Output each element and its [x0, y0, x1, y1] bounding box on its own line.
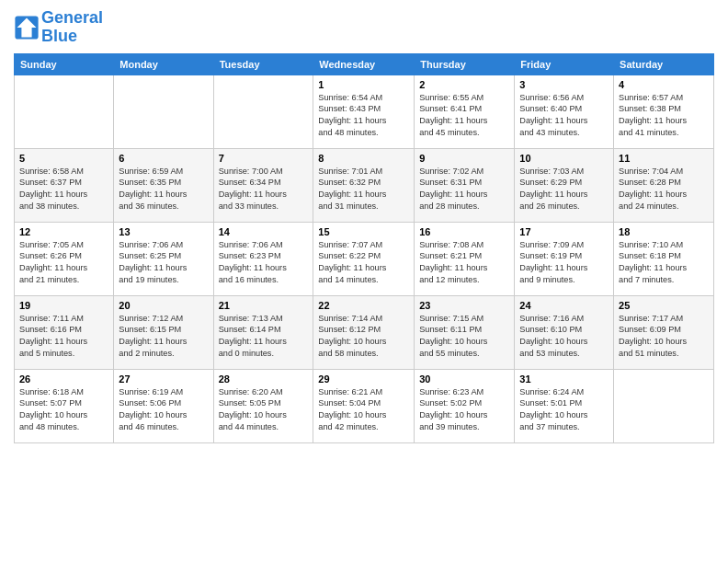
weekday-header-cell: Thursday: [415, 53, 515, 75]
header: General Blue: [14, 9, 714, 46]
calendar-cell: 19Sunrise: 7:11 AM Sunset: 6:16 PM Dayli…: [15, 295, 114, 369]
day-info: Sunrise: 7:12 AM Sunset: 6:15 PM Dayligh…: [119, 313, 208, 361]
day-info: Sunrise: 6:24 AM Sunset: 5:01 PM Dayligh…: [519, 386, 609, 434]
calendar-cell: 14Sunrise: 7:06 AM Sunset: 6:23 PM Dayli…: [213, 222, 313, 295]
calendar-cell: 17Sunrise: 7:09 AM Sunset: 6:19 PM Dayli…: [515, 222, 614, 295]
day-info: Sunrise: 7:14 AM Sunset: 6:12 PM Dayligh…: [318, 313, 409, 361]
day-info: Sunrise: 7:02 AM Sunset: 6:31 PM Dayligh…: [419, 166, 509, 213]
calendar-cell: 23Sunrise: 7:15 AM Sunset: 6:11 PM Dayli…: [415, 295, 515, 369]
day-number: 16: [419, 226, 509, 237]
calendar-cell: [15, 75, 114, 148]
calendar-cell: 1Sunrise: 6:54 AM Sunset: 6:43 PM Daylig…: [313, 75, 415, 148]
day-number: 21: [219, 300, 309, 311]
calendar-cell: 7Sunrise: 7:00 AM Sunset: 6:34 PM Daylig…: [213, 148, 313, 222]
calendar-week-row: 1Sunrise: 6:54 AM Sunset: 6:43 PM Daylig…: [15, 75, 714, 148]
calendar-cell: 6Sunrise: 6:59 AM Sunset: 6:35 PM Daylig…: [114, 148, 213, 222]
logo-text: General Blue: [41, 9, 103, 46]
day-number: 18: [619, 226, 709, 237]
day-number: 1: [318, 79, 409, 90]
day-number: 25: [619, 300, 709, 311]
day-number: 2: [419, 79, 509, 90]
day-number: 10: [519, 153, 609, 164]
weekday-header-cell: Wednesday: [313, 53, 415, 75]
calendar-cell: 10Sunrise: 7:03 AM Sunset: 6:29 PM Dayli…: [515, 148, 614, 222]
calendar-cell: 25Sunrise: 7:17 AM Sunset: 6:09 PM Dayli…: [614, 295, 714, 369]
day-number: 13: [119, 226, 208, 237]
day-info: Sunrise: 7:06 AM Sunset: 6:25 PM Dayligh…: [119, 239, 208, 287]
day-number: 27: [119, 373, 208, 385]
day-info: Sunrise: 7:06 AM Sunset: 6:23 PM Dayligh…: [219, 239, 309, 287]
day-number: 7: [219, 153, 309, 164]
weekday-header-row: SundayMondayTuesdayWednesdayThursdayFrid…: [15, 53, 714, 75]
day-info: Sunrise: 6:58 AM Sunset: 6:37 PM Dayligh…: [19, 166, 108, 213]
day-number: 11: [619, 153, 709, 164]
day-info: Sunrise: 7:10 AM Sunset: 6:18 PM Dayligh…: [619, 239, 709, 287]
day-info: Sunrise: 6:55 AM Sunset: 6:41 PM Dayligh…: [419, 92, 509, 140]
weekday-header-cell: Tuesday: [213, 53, 313, 75]
calendar-cell: 5Sunrise: 6:58 AM Sunset: 6:37 PM Daylig…: [15, 148, 114, 222]
calendar-cell: 18Sunrise: 7:10 AM Sunset: 6:18 PM Dayli…: [614, 222, 714, 295]
day-info: Sunrise: 6:23 AM Sunset: 5:02 PM Dayligh…: [419, 386, 509, 434]
day-number: 14: [219, 226, 309, 237]
day-info: Sunrise: 7:05 AM Sunset: 6:26 PM Dayligh…: [19, 239, 108, 287]
calendar-cell: 4Sunrise: 6:57 AM Sunset: 6:38 PM Daylig…: [614, 75, 714, 148]
calendar-week-row: 12Sunrise: 7:05 AM Sunset: 6:26 PM Dayli…: [15, 222, 714, 295]
calendar-cell: 8Sunrise: 7:01 AM Sunset: 6:32 PM Daylig…: [313, 148, 415, 222]
calendar-cell: [213, 75, 313, 148]
day-info: Sunrise: 6:57 AM Sunset: 6:38 PM Dayligh…: [619, 92, 709, 140]
calendar-cell: 31Sunrise: 6:24 AM Sunset: 5:01 PM Dayli…: [515, 369, 614, 442]
calendar-cell: 15Sunrise: 7:07 AM Sunset: 6:22 PM Dayli…: [313, 222, 415, 295]
calendar-cell: 9Sunrise: 7:02 AM Sunset: 6:31 PM Daylig…: [415, 148, 515, 222]
calendar-cell: 16Sunrise: 7:08 AM Sunset: 6:21 PM Dayli…: [415, 222, 515, 295]
calendar-cell: [614, 369, 714, 442]
calendar-week-row: 26Sunrise: 6:18 AM Sunset: 5:07 PM Dayli…: [15, 369, 714, 442]
calendar-cell: [114, 75, 213, 148]
day-info: Sunrise: 6:59 AM Sunset: 6:35 PM Dayligh…: [119, 166, 208, 213]
calendar-cell: 12Sunrise: 7:05 AM Sunset: 6:26 PM Dayli…: [15, 222, 114, 295]
weekday-header-cell: Friday: [515, 53, 614, 75]
day-number: 23: [419, 300, 509, 311]
day-info: Sunrise: 7:17 AM Sunset: 6:09 PM Dayligh…: [619, 313, 709, 361]
day-number: 8: [318, 153, 409, 164]
calendar-week-row: 19Sunrise: 7:11 AM Sunset: 6:16 PM Dayli…: [15, 295, 714, 369]
weekday-header-cell: Sunday: [15, 53, 114, 75]
calendar-body: 1Sunrise: 6:54 AM Sunset: 6:43 PM Daylig…: [15, 75, 714, 442]
calendar-cell: 28Sunrise: 6:20 AM Sunset: 5:05 PM Dayli…: [213, 369, 313, 442]
day-number: 12: [19, 226, 108, 237]
day-info: Sunrise: 6:18 AM Sunset: 5:07 PM Dayligh…: [19, 386, 108, 434]
day-info: Sunrise: 6:56 AM Sunset: 6:40 PM Dayligh…: [519, 92, 609, 140]
day-info: Sunrise: 7:00 AM Sunset: 6:34 PM Dayligh…: [219, 166, 309, 213]
day-number: 15: [318, 226, 409, 237]
day-info: Sunrise: 6:21 AM Sunset: 5:04 PM Dayligh…: [318, 386, 409, 434]
day-info: Sunrise: 6:20 AM Sunset: 5:05 PM Dayligh…: [219, 386, 309, 434]
day-info: Sunrise: 7:03 AM Sunset: 6:29 PM Dayligh…: [519, 166, 609, 213]
weekday-header-cell: Monday: [114, 53, 213, 75]
day-number: 5: [19, 153, 108, 164]
day-info: Sunrise: 7:09 AM Sunset: 6:19 PM Dayligh…: [519, 239, 609, 287]
page-container: General Blue SundayMondayTuesdayWednesda…: [0, 0, 728, 453]
calendar-table: SundayMondayTuesdayWednesdayThursdayFrid…: [14, 53, 714, 443]
day-number: 3: [519, 79, 609, 90]
calendar-cell: 26Sunrise: 6:18 AM Sunset: 5:07 PM Dayli…: [15, 369, 114, 442]
day-number: 17: [519, 226, 609, 237]
calendar-cell: 27Sunrise: 6:19 AM Sunset: 5:06 PM Dayli…: [114, 369, 213, 442]
calendar-cell: 29Sunrise: 6:21 AM Sunset: 5:04 PM Dayli…: [313, 369, 415, 442]
calendar-cell: 3Sunrise: 6:56 AM Sunset: 6:40 PM Daylig…: [515, 75, 614, 148]
day-info: Sunrise: 7:08 AM Sunset: 6:21 PM Dayligh…: [419, 239, 509, 287]
day-info: Sunrise: 6:54 AM Sunset: 6:43 PM Dayligh…: [318, 92, 409, 140]
calendar-cell: 24Sunrise: 7:16 AM Sunset: 6:10 PM Dayli…: [515, 295, 614, 369]
day-number: 26: [19, 373, 108, 385]
day-number: 28: [219, 373, 309, 385]
calendar-cell: 22Sunrise: 7:14 AM Sunset: 6:12 PM Dayli…: [313, 295, 415, 369]
day-info: Sunrise: 7:13 AM Sunset: 6:14 PM Dayligh…: [219, 313, 309, 361]
calendar-cell: 21Sunrise: 7:13 AM Sunset: 6:14 PM Dayli…: [213, 295, 313, 369]
calendar-cell: 30Sunrise: 6:23 AM Sunset: 5:02 PM Dayli…: [415, 369, 515, 442]
day-number: 19: [19, 300, 108, 311]
day-info: Sunrise: 7:04 AM Sunset: 6:28 PM Dayligh…: [619, 166, 709, 213]
day-info: Sunrise: 7:15 AM Sunset: 6:11 PM Dayligh…: [419, 313, 509, 361]
day-info: Sunrise: 7:11 AM Sunset: 6:16 PM Dayligh…: [19, 313, 108, 361]
calendar-cell: 13Sunrise: 7:06 AM Sunset: 6:25 PM Dayli…: [114, 222, 213, 295]
day-info: Sunrise: 6:19 AM Sunset: 5:06 PM Dayligh…: [119, 386, 208, 434]
day-number: 4: [619, 79, 709, 90]
day-number: 9: [419, 153, 509, 164]
